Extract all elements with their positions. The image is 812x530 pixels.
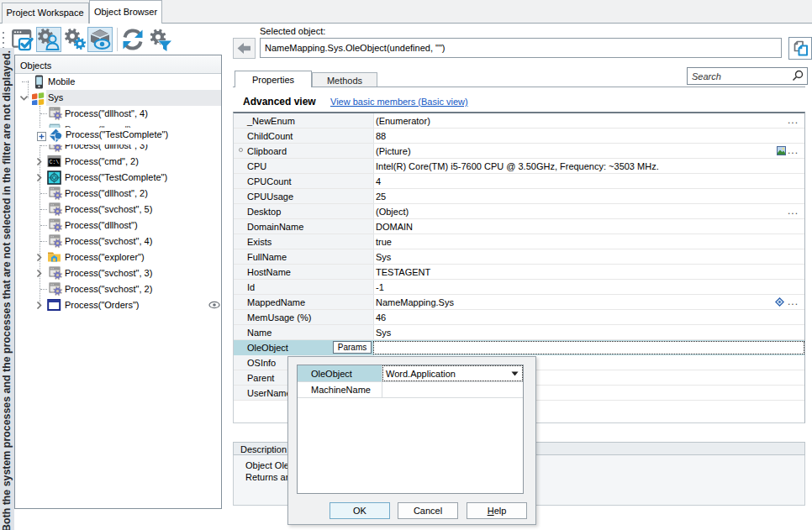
svg-text:C:\: C:\	[50, 160, 60, 165]
